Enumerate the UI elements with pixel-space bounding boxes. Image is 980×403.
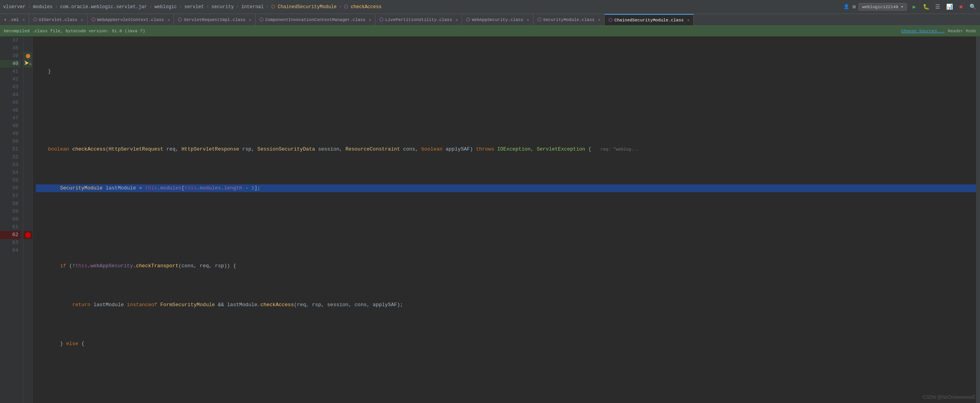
gutter-39: ⬤: [23, 52, 32, 60]
line-num-46: 46: [0, 107, 21, 114]
gutter-37: [23, 37, 32, 44]
line-num-47: 47: [0, 114, 21, 122]
breadcrumb-class: ⬡: [271, 4, 275, 10]
search-button[interactable]: 🔍: [968, 3, 977, 11]
gutter-57: [23, 192, 32, 200]
line-num-56: 56: [0, 184, 21, 192]
line-num-61: 61: [0, 223, 21, 231]
tab-servletrequestimpl[interactable]: ⬡ ServletRequestImpl.class ✕: [174, 14, 255, 25]
line-num-45: 45: [0, 99, 21, 107]
breadcrumb-security: security: [211, 4, 234, 10]
gutter-60: [23, 216, 32, 223]
tab-componentinvocation[interactable]: ⬡ ComponentInvocationContextManager.clas…: [256, 14, 375, 25]
line-num-64: 64: [0, 247, 21, 254]
gutter-62: ⬤: [23, 231, 32, 239]
topbar: vlserver › modules › com.oracle.weblogic…: [0, 0, 980, 14]
debug-button[interactable]: 🐛: [922, 3, 930, 11]
tab-webappsecurity-close[interactable]: ✕: [527, 18, 529, 22]
gutter-49: [23, 130, 32, 138]
code-line-38: [36, 107, 976, 114]
code-line-42: if (!this.webAppSecurity.checkTransport(…: [36, 262, 976, 270]
gutter-51: [23, 145, 32, 153]
tab-xml[interactable]: ✦ .xml ✕: [0, 14, 29, 25]
class-icon-6: ⬡: [466, 17, 470, 23]
reader-mode-button[interactable]: Reader Mode: [948, 29, 976, 33]
run-config-selector[interactable]: weblogic122140 ▾: [859, 3, 907, 11]
tab-webappservletcontext-close[interactable]: ✕: [167, 18, 170, 22]
xml-icon: ✦: [4, 17, 7, 23]
tab-uiservlet-close[interactable]: ✕: [81, 18, 83, 22]
gutter-52: [23, 153, 32, 161]
gutter-55: [23, 177, 32, 184]
line-num-42: 42: [0, 75, 21, 83]
breadcrumb-method: ⬡: [344, 4, 348, 10]
line-num-55: 55: [0, 177, 21, 184]
gutter-59: [23, 208, 32, 216]
tab-webappsecurity[interactable]: ⬡ WebAppSecurity.class ✕: [462, 14, 533, 25]
gutter-54: [23, 169, 32, 177]
line-num-43: 43: [0, 83, 21, 91]
tab-webappsecurity-label: WebAppSecurity.class: [472, 18, 523, 22]
line-num-59: 59: [0, 208, 21, 216]
choose-sources-button[interactable]: Choose Sources...: [901, 29, 945, 33]
tab-livepartition-label: LivePartitionUtility.class: [385, 18, 452, 22]
gutter-42: [23, 75, 32, 83]
tab-livepartition-close[interactable]: ✕: [456, 18, 458, 22]
line-num-41: 41: [0, 68, 21, 75]
stop-button[interactable]: ■: [957, 3, 965, 11]
run-button[interactable]: ▶: [910, 3, 919, 11]
gutter-46: [23, 107, 32, 114]
breadcrumb-chained: ChainedSecurityModule: [278, 4, 337, 10]
line-num-62: 62: [0, 231, 21, 239]
breakpoint-arrow-40: ⮞: [24, 60, 29, 68]
line-num-54: 54: [0, 169, 21, 177]
tab-componentinvocation-label: ComponentInvocationContextManager.class: [265, 18, 365, 22]
line-num-38: 38: [0, 44, 21, 52]
profile-button[interactable]: 📊: [945, 3, 954, 11]
tab-securitymodule-close[interactable]: ✕: [598, 18, 600, 22]
tab-componentinvocation-close[interactable]: ✕: [369, 18, 371, 22]
code-line-45: [36, 379, 976, 387]
code-line-39: boolean checkAccess(HttpServletRequest r…: [36, 145, 976, 153]
tab-securitymodule[interactable]: ⬡ SecurityModule.class ✕: [533, 14, 605, 25]
tab-uiservlet[interactable]: ⬡ UIServlet.class ✕: [29, 14, 88, 25]
line-num-53: 53: [0, 161, 21, 169]
breakpoint-icon-62: ⬤: [25, 231, 31, 239]
right-scrollbar[interactable]: [976, 37, 980, 403]
line-num-58: 58: [0, 200, 21, 208]
coverage-button[interactable]: ☰: [933, 3, 942, 11]
warning-icon-39: ⬤: [26, 52, 30, 60]
class-icon-3: ⬡: [178, 17, 182, 23]
code-content[interactable]: } boolean checkAccess(HttpServletRequest…: [33, 37, 976, 403]
gutter-50: [23, 138, 32, 145]
code-line-43: return lastModule instanceof FormSecurit…: [36, 301, 976, 309]
line-num-48: 48: [0, 122, 21, 130]
breadcrumb-servlet: servlet: [184, 4, 204, 10]
breadcrumb-internal: internal: [241, 4, 264, 10]
tab-chainedsecuritymodule[interactable]: ⬡ ChainedSecurityModule.class ✕: [605, 14, 694, 25]
line-num-49: 49: [0, 130, 21, 138]
tab-uiservlet-label: UIServlet.class: [39, 18, 77, 22]
gutter-44: [23, 91, 32, 99]
line-num-63: 63: [0, 239, 21, 247]
tab-servletrequestimpl-close[interactable]: ✕: [249, 18, 251, 22]
class-icon-8: ⬡: [608, 17, 612, 23]
tabs-bar: ✦ .xml ✕ ⬡ UIServlet.class ✕ ⬡ WebAppSer…: [0, 14, 980, 26]
gutter-41: [23, 68, 32, 75]
tab-chainedsecuritymodule-close[interactable]: ✕: [687, 18, 689, 23]
breadcrumb-checkaccess: checkAccess: [351, 4, 381, 10]
gutter-48: [23, 122, 32, 130]
tab-xml-close[interactable]: ✕: [23, 18, 25, 22]
gutter-47: [23, 114, 32, 122]
line-num-57: 57: [0, 192, 21, 200]
network-icon: ⊞: [852, 4, 856, 10]
class-icon-7: ⬡: [537, 17, 541, 23]
line-num-37: 37: [0, 37, 21, 44]
tab-webappservletcontext[interactable]: ⬡ WebAppServletContext.class ✕: [88, 14, 174, 25]
gutter-56: [23, 184, 32, 192]
gutter-63: [23, 239, 32, 247]
tab-livepartition[interactable]: ⬡ LivePartitionUtility.class ✕: [375, 14, 462, 25]
class-icon-2: ⬡: [91, 17, 95, 23]
line-numbers: 37 38 39 40 41 42 43 44 45 46 47 48 49 5…: [0, 37, 23, 403]
breadcrumb-vlserver: vlserver: [3, 4, 26, 10]
